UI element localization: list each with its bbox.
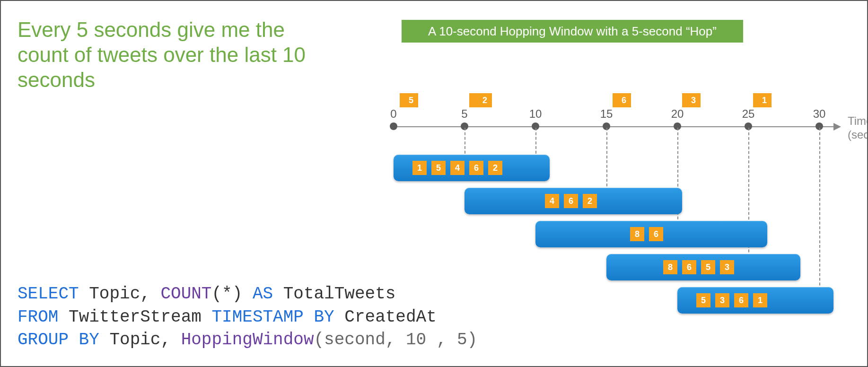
window-event: 5 [696,293,710,307]
hopping-window: 462 [465,188,682,214]
sql-token: Topic, [99,330,181,350]
window-event: 1 [412,161,427,175]
tick-dot-icon [390,122,397,130]
sql-token: HoppingWindow [181,330,314,350]
axis-caption-bottom: (secs) [848,128,868,141]
sql-token: CreatedAt [334,307,437,327]
sql-query: SELECT Topic, COUNT(*) AS TotalTweets FR… [18,283,477,352]
sql-token: SELECT [18,284,79,304]
sql-token: TIMESTAMP BY [211,307,334,327]
event-marker: 5 [404,93,418,107]
event-marker: 2 [478,93,492,107]
hopping-window: 8653 [606,254,800,280]
window-event: 1 [753,293,767,307]
axis-arrow-icon [833,123,841,131]
hopping-window: 86 [535,221,767,247]
axis-caption-top: Time [848,114,868,127]
window-event: 6 [682,260,696,274]
sql-token: TwitterStream [58,307,211,327]
window-event: 6 [564,194,578,208]
window-event: 5 [431,161,446,175]
window-event: 6 [469,161,483,175]
tick-label: 25 [739,107,758,121]
window-event: 6 [734,293,748,307]
sql-token: (*) [211,284,242,304]
axis-caption: Time (secs) [848,114,868,142]
sql-token: FROM [18,307,58,327]
window-event: 4 [450,161,465,175]
axis-line [394,126,833,127]
sql-token: GROUP BY [18,330,99,350]
window-event: 2 [488,161,502,175]
window-event: 6 [649,227,663,241]
event-marker: 3 [686,93,701,107]
window-event: 8 [663,260,677,274]
window-event: 3 [720,260,734,274]
hopping-window: 5361 [677,287,833,314]
window-event: 4 [545,194,559,208]
tick-label: 20 [668,107,687,121]
window-event: 2 [583,194,597,208]
tick-label: 15 [597,107,616,121]
tick-label: 10 [526,107,545,121]
window-event: 5 [701,260,715,274]
sql-token: (second, 10 , 5) [314,330,478,350]
tick-label: 5 [455,107,474,121]
banner-title: A 10-second Hopping Window with a 5-seco… [402,20,743,43]
event-marker: 6 [617,93,631,107]
sql-token: AS [242,284,273,304]
tick-label: 30 [810,107,829,121]
sql-token: COUNT [160,284,211,304]
description-heading: Every 5 seconds give me the count of twe… [18,17,325,92]
tick-label: 0 [384,107,403,121]
sql-token: TotalTweets [273,284,395,304]
window-event: 8 [630,227,644,241]
event-marker: 1 [757,93,772,107]
hopping-window: 15462 [394,155,550,181]
slide-frame: Every 5 seconds give me the count of twe… [0,0,868,367]
guide-line [819,128,820,314]
sql-token: Topic, [79,284,161,304]
window-event: 3 [715,293,729,307]
